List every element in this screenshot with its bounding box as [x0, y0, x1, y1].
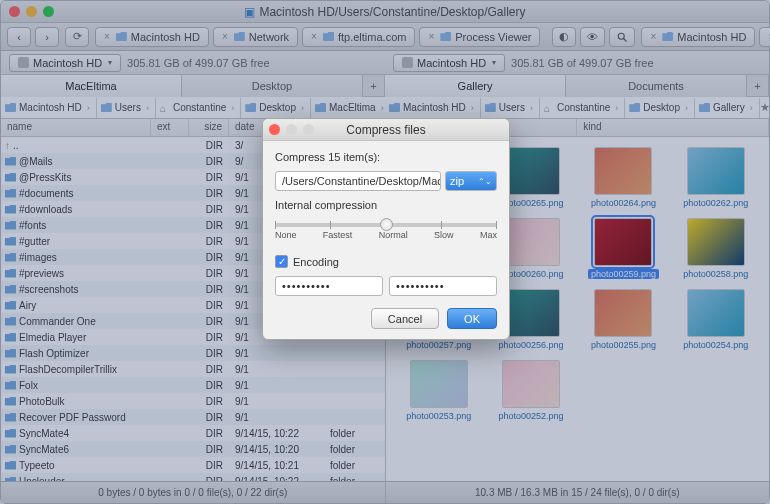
folder-icon — [5, 103, 16, 112]
close-tab-icon[interactable]: × — [222, 31, 228, 42]
preview-button[interactable]: 👁 — [580, 27, 605, 47]
breadcrumb-segment[interactable]: Users› — [97, 98, 156, 118]
search-icon — [616, 31, 628, 43]
pane-tab[interactable]: Desktop — [182, 75, 363, 97]
thumbnail[interactable]: photo00258.png — [673, 218, 759, 279]
breadcrumb-segment[interactable]: MacEltima› — [311, 98, 385, 118]
file-row[interactable]: UnclouderDIR9/14/15, 10:22folder — [1, 473, 385, 481]
file-row[interactable]: Flash OptimizerDIR9/1 — [1, 345, 385, 361]
thumbnail-label: photo00264.png — [591, 198, 656, 208]
compression-slider[interactable]: NoneFastestNormalSlowMax — [275, 219, 497, 247]
location-tab[interactable]: ×ftp.eltima.com — [302, 27, 415, 47]
disk-icon — [18, 57, 29, 68]
thumbnail[interactable]: photo00262.png — [673, 147, 759, 208]
slider-knob[interactable] — [380, 218, 393, 231]
breadcrumb-segment[interactable]: Macintosh HD› — [1, 98, 97, 118]
ok-button[interactable]: OK — [447, 308, 497, 329]
compress-dialog: Compress files Compress 15 item(s): /Use… — [262, 118, 510, 340]
free-space-right: 305.81 GB of 499.07 GB free — [511, 57, 653, 69]
breadcrumb-segment[interactable]: Users› — [481, 98, 540, 118]
folder-icon — [5, 189, 16, 198]
file-row[interactable]: Recover PDF PasswordDIR9/1 — [1, 409, 385, 425]
breadcrumb-segment[interactable]: Macintosh HD› — [385, 98, 481, 118]
folder-icon — [629, 103, 640, 112]
breadcrumb-segment[interactable]: Constantine› — [156, 98, 241, 118]
encoding-checkbox-row[interactable]: Encoding — [275, 255, 497, 268]
location-tab[interactable]: ×Network — [213, 27, 298, 47]
volume-bar: Macintosh HD 305.81 GB of 499.07 GB free… — [1, 51, 769, 75]
add-tab-button[interactable]: + — [747, 75, 769, 96]
thumbnail[interactable]: photo00264.png — [580, 147, 666, 208]
breadcrumbs: Macintosh HD›Users›Constantine›Desktop›M… — [1, 97, 769, 119]
search-button[interactable] — [609, 27, 635, 47]
file-row[interactable]: SyncMate4DIR9/14/15, 10:22folder — [1, 425, 385, 441]
tab-label: Macintosh HD — [677, 31, 746, 43]
path-input[interactable]: /Users/Constantine/Desktop/MacElt — [275, 171, 441, 191]
folder-icon — [5, 365, 16, 374]
thumbnail-label: photo00254.png — [683, 340, 748, 350]
encoding-label: Encoding — [293, 256, 339, 268]
close-tab-icon[interactable]: × — [104, 31, 110, 42]
thumbnail[interactable]: photo00254.png — [673, 289, 759, 350]
volume-selector-right[interactable]: Macintosh HD — [393, 54, 505, 72]
location-tab[interactable]: ×Macintosh HD — [95, 27, 209, 47]
location-tab[interactable]: ×Process Viewer — [419, 27, 540, 47]
close-tab-icon[interactable]: × — [650, 31, 656, 42]
pane-tab[interactable]: Gallery — [385, 75, 566, 97]
close-tab-icon[interactable]: × — [311, 31, 317, 42]
location-tab[interactable]: ×Network — [759, 27, 770, 47]
folder-icon — [5, 269, 16, 278]
breadcrumb-segment[interactable]: Gallery› — [695, 98, 760, 118]
folder-icon — [5, 477, 16, 482]
col-ext[interactable]: ext — [151, 119, 189, 136]
format-select[interactable]: zip — [445, 171, 497, 191]
window-title: ▣Macintosh HD/Users/Constantine/Desktop/… — [1, 5, 769, 19]
compression-label: Internal compression — [275, 199, 497, 211]
breadcrumb-segment[interactable]: Constantine› — [540, 98, 625, 118]
pane-tab[interactable]: Documents — [566, 75, 747, 97]
folder-icon — [5, 461, 16, 470]
view-toggle-button[interactable]: ◐ — [552, 27, 576, 47]
folder-icon — [699, 103, 710, 112]
encoding-checkbox[interactable] — [275, 255, 288, 268]
file-row[interactable]: FolxDIR9/1 — [1, 377, 385, 393]
pane-tab[interactable]: MacEltima — [1, 75, 182, 97]
folder-icon — [5, 301, 16, 310]
file-row[interactable]: FlashDecompilerTrillixDIR9/1 — [1, 361, 385, 377]
folder-icon — [5, 349, 16, 358]
thumbnail[interactable]: photo00255.png — [580, 289, 666, 350]
favorite-button[interactable]: ★ — [760, 101, 769, 114]
close-tab-icon[interactable]: × — [428, 31, 434, 42]
network-icon — [234, 32, 245, 41]
dialog-title: Compress files — [263, 123, 509, 137]
thumbnail[interactable]: photo00253.png — [396, 360, 482, 421]
cancel-button[interactable]: Cancel — [371, 308, 439, 329]
folder-icon — [5, 285, 16, 294]
location-tab[interactable]: ×Macintosh HD — [641, 27, 755, 47]
nav-forward-button[interactable]: › — [35, 27, 59, 47]
nav-back-button[interactable]: ‹ — [7, 27, 31, 47]
thumbnail[interactable]: photo00259.png — [580, 218, 666, 279]
svg-line-1 — [624, 38, 627, 41]
thumbnail-label: photo00259.png — [588, 269, 659, 279]
add-tab-button[interactable]: + — [363, 75, 385, 96]
col-size[interactable]: size — [189, 119, 229, 136]
file-row[interactable]: TypeetoDIR9/14/15, 10:21folder — [1, 457, 385, 473]
breadcrumb-segment[interactable]: Desktop› — [625, 98, 695, 118]
file-row[interactable]: PhotoBulkDIR9/1 — [1, 393, 385, 409]
reload-button[interactable]: ⟳ — [65, 27, 89, 47]
breadcrumb-segment[interactable]: Desktop› — [241, 98, 311, 118]
free-space-left: 305.81 GB of 499.07 GB free — [127, 57, 269, 69]
password-confirm-input[interactable]: •••••••••• — [389, 276, 497, 296]
compress-heading: Compress 15 item(s): — [275, 151, 497, 163]
folder-icon — [5, 317, 16, 326]
thumbnail[interactable]: photo00252.png — [488, 360, 574, 421]
folder-icon — [160, 103, 170, 113]
file-row[interactable]: SyncMate6DIR9/14/15, 10:20folder — [1, 441, 385, 457]
slider-tick-label: Max — [480, 230, 497, 240]
folder-icon — [5, 221, 16, 230]
col-name[interactable]: name — [1, 119, 151, 136]
volume-selector-left[interactable]: Macintosh HD — [9, 54, 121, 72]
password-input[interactable]: •••••••••• — [275, 276, 383, 296]
col-kind[interactable]: kind — [577, 119, 769, 136]
